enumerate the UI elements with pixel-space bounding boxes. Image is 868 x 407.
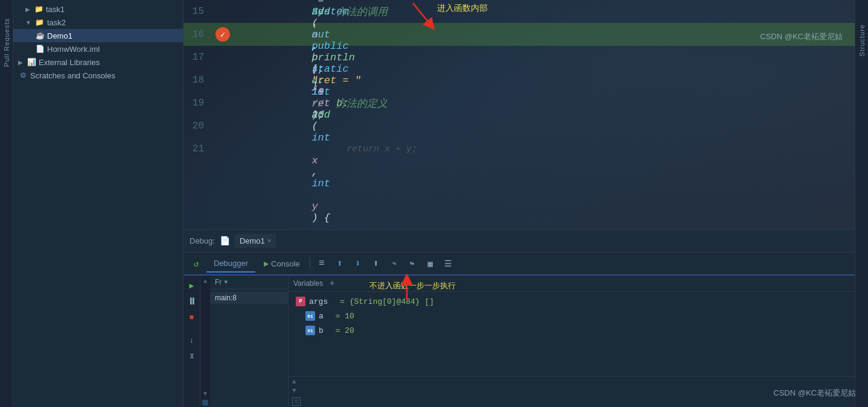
scroll-down-btn[interactable]: ▼ — [292, 387, 296, 394]
step-out2-button[interactable]: ⬆ — [368, 256, 384, 271]
separator — [310, 257, 310, 270]
settings-button2[interactable]: ☰ — [441, 256, 456, 271]
debug-session-tab[interactable]: Demo1 × — [235, 234, 276, 248]
tree-item-homwwork[interactable]: 📄 HomwWork.iml — [13, 42, 183, 55]
tree-item-scratches[interactable]: ⚙ Scratches and Consoles — [13, 69, 183, 82]
tab-console[interactable]: ▶ Console — [258, 256, 306, 272]
stop-button[interactable]: ■ — [185, 311, 199, 324]
console-icon: ▶ — [264, 260, 269, 268]
line-number: 16 — [183, 29, 214, 40]
close-icon[interactable]: × — [267, 238, 272, 245]
line-code: public static int add ( int x , int — [232, 17, 855, 230]
tree-item-demo1[interactable]: ☕ Demo1 — [13, 29, 183, 42]
smart-step-button[interactable]: ↬ — [404, 256, 420, 271]
tree-item-label: Demo1 — [47, 31, 72, 40]
step-over-lines-button[interactable]: ≡ — [314, 256, 330, 271]
add-watch-button[interactable]: + — [327, 278, 337, 289]
iml-file-icon: 📄 — [35, 44, 45, 54]
line-number: 20 — [183, 121, 214, 131]
var-name: args — [309, 297, 328, 306]
filter-button[interactable]: ⊻ — [185, 349, 199, 362]
run-cursor-button[interactable]: ↷ — [386, 256, 402, 271]
variable-args: P args = {String[0]@484} [] — [289, 294, 855, 309]
tree-item-label: External Libraries — [39, 58, 100, 67]
variables-panel: Variables + P args = {String[0]@484} [] — [289, 276, 855, 407]
line-code: return x + y; — [232, 134, 855, 165]
java-file-icon: ☕ — [35, 31, 45, 40]
line-number: 18 — [183, 75, 214, 86]
tree-item-label: Scratches and Consoles — [30, 71, 115, 80]
folder-icon: 📁 — [35, 17, 45, 27]
scroll-controls: ▲ ▼ ⎘ — [289, 376, 855, 407]
table-button[interactable]: ▦ — [423, 256, 438, 271]
debug-scroll-left: ▲ ▼ — [200, 276, 210, 407]
debug-file-icon: 📄 — [220, 236, 230, 246]
down-button[interactable]: ↓ — [185, 333, 199, 347]
variables-label: Variables — [293, 279, 323, 288]
structure-panel: Structure — [855, 0, 868, 407]
debug-tab-label: Demo1 — [240, 236, 265, 245]
var-type-icon: P — [296, 297, 305, 306]
arrow-icon: ▼ — [25, 19, 31, 26]
tree-item-label: HomwWork.iml — [47, 45, 100, 54]
scroll-down-arrow[interactable]: ▼ — [203, 391, 207, 397]
code-editor: 15 // 方法的调用 16 ✓ int — [183, 0, 855, 229]
debug-side-buttons: ▶ ⏸ ■ ↓ ⊻ — [183, 276, 200, 407]
var-value: = 20 — [336, 326, 354, 335]
line-number: 19 — [183, 98, 214, 109]
pull-requests-panel: Pull Requests — [0, 0, 13, 407]
frames-dropdown-icon[interactable]: ▼ — [224, 279, 228, 286]
tree-item-label: task2 — [47, 18, 66, 27]
var-type-icon: 01 — [305, 311, 315, 321]
line-number: 15 — [183, 6, 214, 17]
scroll-up-btn[interactable]: ▲ — [292, 378, 296, 385]
frames-label: Fr — [215, 278, 222, 286]
tree-item-label: task1 — [46, 5, 65, 14]
scratches-icon: ⚙ — [18, 71, 28, 80]
debug-breakpoint-icon: ✓ — [215, 27, 230, 42]
copy-button[interactable]: ⎘ — [292, 397, 301, 406]
frames-content: main:8 — [210, 289, 288, 407]
arrow-icon: ▶ — [18, 59, 23, 66]
tree-item-task1[interactable]: ▶ 📁 task1 — [13, 2, 183, 16]
var-name: b — [319, 326, 324, 335]
variable-a: 01 a = 10 — [289, 309, 855, 323]
variables-header: Variables + — [289, 276, 855, 292]
file-tree-panel: ▶ 📁 task1 ▼ 📁 task2 ☕ Demo1 📄 HomwWork.i… — [13, 0, 183, 407]
frame-item[interactable]: main:8 — [210, 292, 288, 304]
debug-body: ▶ ⏸ ■ ↓ ⊻ ▲ ▼ Fr — [183, 276, 855, 407]
var-type-icon: 01 — [305, 326, 315, 335]
code-content: 15 // 方法的调用 16 ✓ int — [183, 0, 855, 160]
debug-toolbar: ↺ Debugger ▶ Console ≡ ⬆ ⬇ ⬆ ↷ ↬ ▦ — [183, 253, 855, 276]
step-into-button[interactable]: ⬇ — [350, 256, 366, 271]
code-line-21: 21 return x + y; — [183, 137, 855, 160]
file-tree-content: ▶ 📁 task1 ▼ 📁 task2 ☕ Demo1 📄 HomwWork.i… — [13, 0, 183, 407]
variables-content: P args = {String[0]@484} [] 01 a = 10 — [289, 292, 855, 376]
frames-panel: Fr ▼ main:8 — [210, 276, 289, 407]
rerun-button[interactable]: ↺ — [188, 256, 204, 271]
line-gutter: ✓ — [214, 27, 232, 42]
tree-item-task2[interactable]: ▼ 📁 task2 — [13, 16, 183, 29]
var-value: = {String[0]@484} [] — [340, 297, 434, 306]
pause-button[interactable]: ⏸ — [185, 295, 199, 308]
debug-panel: Debug: 📄 Demo1 × ↺ Debugger ▶ Console — [183, 229, 855, 407]
scroll-up-arrow[interactable]: ▲ — [203, 278, 207, 285]
libs-icon: 📊 — [27, 57, 36, 67]
var-name: a — [319, 312, 324, 321]
line-number: 17 — [183, 52, 214, 63]
structure-label: Structure — [858, 24, 866, 57]
arrow-icon: ▶ — [25, 6, 30, 13]
variable-b: 01 b = 20 — [289, 323, 855, 338]
scroll-indicator — [202, 400, 208, 406]
var-value: = 10 — [336, 312, 354, 321]
pull-requests-label: Pull Requests — [3, 18, 10, 67]
tree-item-ext-libs[interactable]: ▶ 📊 External Libraries — [13, 55, 183, 69]
main-area: 15 // 方法的调用 16 ✓ int — [183, 0, 855, 407]
debug-label: Debug: — [190, 236, 215, 245]
tab-debugger[interactable]: Debugger — [206, 255, 255, 273]
frames-header: Fr ▼ — [210, 276, 288, 289]
watermark: CSDN @KC老袥爱尼姑 — [760, 31, 843, 42]
step-out-button[interactable]: ⬆ — [332, 256, 348, 271]
resume-button[interactable]: ▶ — [185, 279, 199, 292]
line-number: 21 — [183, 144, 214, 154]
